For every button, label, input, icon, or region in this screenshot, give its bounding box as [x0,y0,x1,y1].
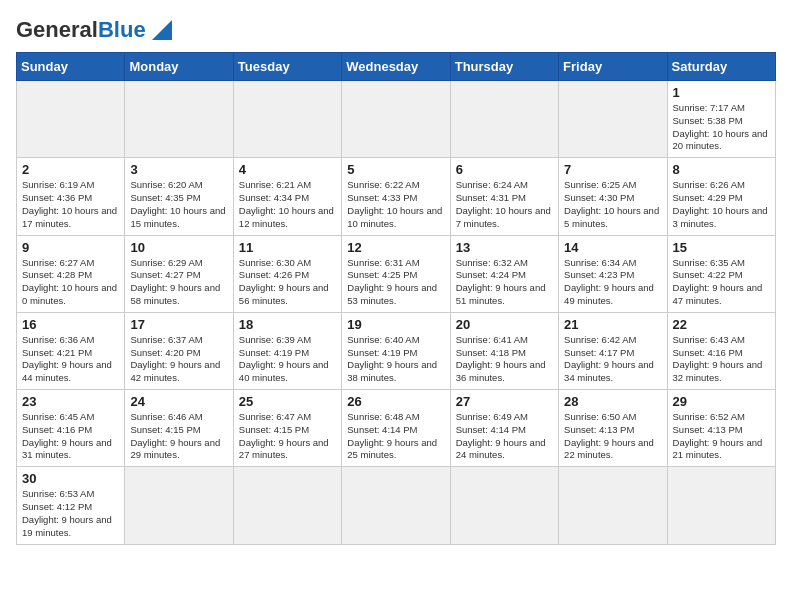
day-number: 26 [347,394,444,409]
day-info: Sunrise: 6:20 AM Sunset: 4:35 PM Dayligh… [130,179,227,230]
weekday-header-thursday: Thursday [450,53,558,81]
day-info: Sunrise: 6:47 AM Sunset: 4:15 PM Dayligh… [239,411,336,462]
calendar-cell: 30Sunrise: 6:53 AM Sunset: 4:12 PM Dayli… [17,467,125,544]
day-number: 17 [130,317,227,332]
day-info: Sunrise: 6:50 AM Sunset: 4:13 PM Dayligh… [564,411,661,462]
calendar-cell: 5Sunrise: 6:22 AM Sunset: 4:33 PM Daylig… [342,158,450,235]
day-number: 18 [239,317,336,332]
day-number: 20 [456,317,553,332]
calendar-cell: 11Sunrise: 6:30 AM Sunset: 4:26 PM Dayli… [233,235,341,312]
calendar-cell [342,81,450,158]
calendar-cell [233,467,341,544]
logo-icon [148,16,176,44]
calendar-cell [342,467,450,544]
day-number: 28 [564,394,661,409]
weekday-header-saturday: Saturday [667,53,775,81]
calendar-cell: 20Sunrise: 6:41 AM Sunset: 4:18 PM Dayli… [450,312,558,389]
calendar-cell: 7Sunrise: 6:25 AM Sunset: 4:30 PM Daylig… [559,158,667,235]
day-info: Sunrise: 6:39 AM Sunset: 4:19 PM Dayligh… [239,334,336,385]
calendar-cell [17,81,125,158]
calendar-cell: 4Sunrise: 6:21 AM Sunset: 4:34 PM Daylig… [233,158,341,235]
calendar-cell: 9Sunrise: 6:27 AM Sunset: 4:28 PM Daylig… [17,235,125,312]
calendar-week-row: 1Sunrise: 7:17 AM Sunset: 5:38 PM Daylig… [17,81,776,158]
day-number: 15 [673,240,770,255]
weekday-header-row: SundayMondayTuesdayWednesdayThursdayFrid… [17,53,776,81]
day-info: Sunrise: 6:42 AM Sunset: 4:17 PM Dayligh… [564,334,661,385]
calendar-cell: 18Sunrise: 6:39 AM Sunset: 4:19 PM Dayli… [233,312,341,389]
day-number: 30 [22,471,119,486]
day-info: Sunrise: 6:24 AM Sunset: 4:31 PM Dayligh… [456,179,553,230]
day-info: Sunrise: 6:31 AM Sunset: 4:25 PM Dayligh… [347,257,444,308]
day-info: Sunrise: 6:46 AM Sunset: 4:15 PM Dayligh… [130,411,227,462]
day-number: 3 [130,162,227,177]
day-info: Sunrise: 6:26 AM Sunset: 4:29 PM Dayligh… [673,179,770,230]
calendar-table: SundayMondayTuesdayWednesdayThursdayFrid… [16,52,776,545]
day-info: Sunrise: 6:29 AM Sunset: 4:27 PM Dayligh… [130,257,227,308]
weekday-header-friday: Friday [559,53,667,81]
day-number: 23 [22,394,119,409]
calendar-cell [667,467,775,544]
day-number: 10 [130,240,227,255]
day-number: 6 [456,162,553,177]
day-number: 22 [673,317,770,332]
day-info: Sunrise: 6:48 AM Sunset: 4:14 PM Dayligh… [347,411,444,462]
calendar-cell: 13Sunrise: 6:32 AM Sunset: 4:24 PM Dayli… [450,235,558,312]
weekday-header-monday: Monday [125,53,233,81]
day-info: Sunrise: 6:36 AM Sunset: 4:21 PM Dayligh… [22,334,119,385]
calendar-cell: 24Sunrise: 6:46 AM Sunset: 4:15 PM Dayli… [125,390,233,467]
calendar-cell: 15Sunrise: 6:35 AM Sunset: 4:22 PM Dayli… [667,235,775,312]
day-info: Sunrise: 6:30 AM Sunset: 4:26 PM Dayligh… [239,257,336,308]
calendar-cell: 29Sunrise: 6:52 AM Sunset: 4:13 PM Dayli… [667,390,775,467]
calendar-cell: 2Sunrise: 6:19 AM Sunset: 4:36 PM Daylig… [17,158,125,235]
calendar-cell: 6Sunrise: 6:24 AM Sunset: 4:31 PM Daylig… [450,158,558,235]
calendar-cell [450,467,558,544]
logo-text: GeneralBlue [16,19,146,41]
calendar-cell: 27Sunrise: 6:49 AM Sunset: 4:14 PM Dayli… [450,390,558,467]
calendar-cell: 12Sunrise: 6:31 AM Sunset: 4:25 PM Dayli… [342,235,450,312]
day-number: 8 [673,162,770,177]
day-number: 12 [347,240,444,255]
calendar-week-row: 23Sunrise: 6:45 AM Sunset: 4:16 PM Dayli… [17,390,776,467]
day-number: 25 [239,394,336,409]
day-info: Sunrise: 6:40 AM Sunset: 4:19 PM Dayligh… [347,334,444,385]
day-number: 1 [673,85,770,100]
calendar-week-row: 16Sunrise: 6:36 AM Sunset: 4:21 PM Dayli… [17,312,776,389]
day-info: Sunrise: 6:27 AM Sunset: 4:28 PM Dayligh… [22,257,119,308]
logo: GeneralBlue [16,16,176,44]
calendar-cell: 26Sunrise: 6:48 AM Sunset: 4:14 PM Dayli… [342,390,450,467]
calendar-cell: 25Sunrise: 6:47 AM Sunset: 4:15 PM Dayli… [233,390,341,467]
day-number: 11 [239,240,336,255]
calendar-cell: 16Sunrise: 6:36 AM Sunset: 4:21 PM Dayli… [17,312,125,389]
calendar-cell: 10Sunrise: 6:29 AM Sunset: 4:27 PM Dayli… [125,235,233,312]
day-number: 14 [564,240,661,255]
day-number: 13 [456,240,553,255]
day-info: Sunrise: 6:32 AM Sunset: 4:24 PM Dayligh… [456,257,553,308]
calendar-cell [559,467,667,544]
weekday-header-sunday: Sunday [17,53,125,81]
day-info: Sunrise: 6:22 AM Sunset: 4:33 PM Dayligh… [347,179,444,230]
calendar-week-row: 2Sunrise: 6:19 AM Sunset: 4:36 PM Daylig… [17,158,776,235]
day-info: Sunrise: 6:35 AM Sunset: 4:22 PM Dayligh… [673,257,770,308]
day-info: Sunrise: 6:53 AM Sunset: 4:12 PM Dayligh… [22,488,119,539]
weekday-header-wednesday: Wednesday [342,53,450,81]
day-info: Sunrise: 6:52 AM Sunset: 4:13 PM Dayligh… [673,411,770,462]
calendar-week-row: 30Sunrise: 6:53 AM Sunset: 4:12 PM Dayli… [17,467,776,544]
calendar-cell: 8Sunrise: 6:26 AM Sunset: 4:29 PM Daylig… [667,158,775,235]
day-number: 7 [564,162,661,177]
day-number: 9 [22,240,119,255]
header: GeneralBlue [16,16,776,44]
calendar-cell: 3Sunrise: 6:20 AM Sunset: 4:35 PM Daylig… [125,158,233,235]
day-number: 27 [456,394,553,409]
day-info: Sunrise: 6:49 AM Sunset: 4:14 PM Dayligh… [456,411,553,462]
calendar-cell [125,81,233,158]
calendar-cell: 1Sunrise: 7:17 AM Sunset: 5:38 PM Daylig… [667,81,775,158]
day-number: 29 [673,394,770,409]
calendar-cell [559,81,667,158]
calendar-cell: 23Sunrise: 6:45 AM Sunset: 4:16 PM Dayli… [17,390,125,467]
calendar-cell: 22Sunrise: 6:43 AM Sunset: 4:16 PM Dayli… [667,312,775,389]
day-info: Sunrise: 6:45 AM Sunset: 4:16 PM Dayligh… [22,411,119,462]
day-number: 16 [22,317,119,332]
svg-marker-0 [152,20,172,40]
calendar-week-row: 9Sunrise: 6:27 AM Sunset: 4:28 PM Daylig… [17,235,776,312]
day-number: 4 [239,162,336,177]
